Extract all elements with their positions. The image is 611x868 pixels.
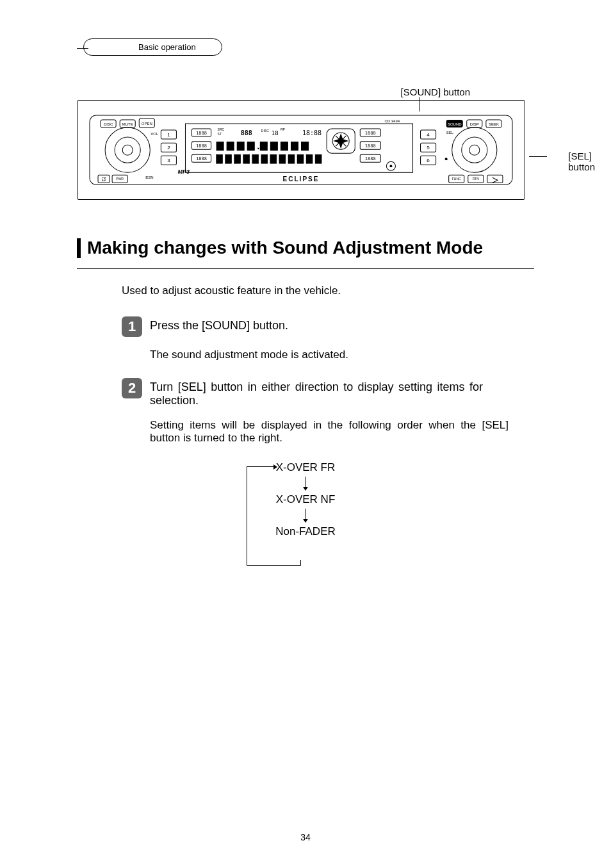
svg-text:ST: ST bbox=[218, 132, 222, 136]
svg-text:5: 5 bbox=[427, 145, 430, 151]
svg-text:PWR: PWR bbox=[116, 177, 124, 181]
arrow-down-icon bbox=[241, 475, 370, 493]
step-title: Turn [SEL] button in either direction to… bbox=[150, 378, 483, 407]
svg-text:FUNC: FUNC bbox=[452, 177, 461, 181]
svg-text:18:88: 18:88 bbox=[302, 129, 322, 136]
svg-text:OPEN: OPEN bbox=[142, 122, 152, 126]
svg-text:VOL: VOL bbox=[151, 132, 159, 136]
svg-text:RP: RP bbox=[281, 127, 286, 131]
svg-rect-66 bbox=[297, 154, 304, 163]
flow-item: X-OVER FR bbox=[241, 461, 370, 474]
svg-rect-63 bbox=[270, 154, 277, 163]
svg-point-78 bbox=[445, 158, 448, 160]
svg-text:DISP: DISP bbox=[470, 122, 479, 126]
svg-text:18: 18 bbox=[272, 130, 279, 136]
svg-rect-65 bbox=[288, 154, 295, 163]
arrow-down-icon bbox=[241, 507, 370, 525]
svg-point-3 bbox=[122, 145, 133, 155]
svg-point-81 bbox=[469, 145, 480, 155]
svg-text:1888: 1888 bbox=[365, 130, 376, 136]
svg-point-1 bbox=[105, 127, 150, 172]
svg-rect-47 bbox=[237, 142, 245, 151]
flow-item: Non-FADER bbox=[241, 525, 370, 538]
svg-text:SEL: SEL bbox=[446, 131, 454, 135]
svg-point-80 bbox=[462, 137, 487, 163]
section-intro: Used to adjust acoustic feature in the v… bbox=[122, 284, 534, 297]
device-diagram: DISC MUTE OPEN VOL ESN FM AM PWR 1 2 3 bbox=[77, 100, 534, 200]
svg-rect-52 bbox=[281, 142, 288, 151]
step-number: 1 bbox=[122, 316, 142, 337]
svg-rect-68 bbox=[315, 154, 322, 163]
step-2: 2 Turn [SEL] button in either direction … bbox=[122, 378, 534, 407]
step-1: 1 Press the [SOUND] button. bbox=[122, 316, 534, 337]
svg-text:888: 888 bbox=[241, 129, 252, 136]
flow-diagram: X-OVER FR X-OVER NF Non-FADER bbox=[241, 461, 370, 577]
svg-text:SRC: SRC bbox=[218, 127, 225, 131]
svg-text:6: 6 bbox=[427, 158, 430, 163]
svg-text:1: 1 bbox=[167, 132, 170, 138]
breadcrumb: Basic operation bbox=[83, 38, 534, 58]
svg-point-2 bbox=[115, 137, 140, 163]
step-1-body: The sound adjustment mode is activated. bbox=[150, 348, 509, 361]
svg-text:ECLIPSE: ECLIPSE bbox=[283, 176, 320, 183]
svg-text:2: 2 bbox=[167, 145, 170, 151]
callout-sound-button: [SOUND] button bbox=[401, 86, 470, 97]
step-2-body: Setting items will be displayed in the f… bbox=[150, 419, 509, 445]
svg-point-70 bbox=[389, 165, 392, 167]
svg-text:1888: 1888 bbox=[365, 143, 376, 149]
svg-rect-51 bbox=[270, 142, 278, 151]
svg-rect-46 bbox=[227, 142, 234, 151]
svg-text:1888: 1888 bbox=[196, 130, 207, 136]
svg-text:DISC: DISC bbox=[104, 122, 113, 126]
svg-rect-61 bbox=[252, 154, 259, 163]
svg-rect-62 bbox=[261, 154, 268, 163]
svg-rect-45 bbox=[216, 142, 224, 151]
page-number: 34 bbox=[300, 832, 311, 842]
svg-rect-57 bbox=[216, 154, 223, 163]
svg-text:ESN: ESN bbox=[145, 176, 153, 179]
svg-text:1888: 1888 bbox=[365, 156, 376, 161]
svg-text:MUTE: MUTE bbox=[122, 122, 133, 126]
step-number: 2 bbox=[122, 378, 142, 398]
car-stereo-illustration: DISC MUTE OPEN VOL ESN FM AM PWR 1 2 3 bbox=[89, 115, 513, 185]
step-title: Press the [SOUND] button. bbox=[150, 316, 288, 332]
svg-text:MP3: MP3 bbox=[177, 168, 190, 175]
svg-rect-67 bbox=[306, 154, 313, 163]
svg-text:RTN: RTN bbox=[473, 177, 480, 181]
svg-text:3: 3 bbox=[167, 158, 170, 163]
svg-text:1888: 1888 bbox=[196, 143, 207, 149]
svg-text:AM: AM bbox=[102, 179, 106, 182]
svg-rect-60 bbox=[243, 154, 250, 163]
svg-rect-59 bbox=[234, 154, 241, 163]
svg-rect-50 bbox=[260, 142, 268, 151]
section-title: Making changes with Sound Adjustment Mod… bbox=[77, 238, 534, 258]
svg-rect-54 bbox=[301, 142, 309, 151]
svg-rect-48 bbox=[247, 142, 255, 151]
svg-rect-58 bbox=[225, 154, 232, 163]
svg-text:SOUND: SOUND bbox=[448, 122, 462, 126]
svg-text:4: 4 bbox=[427, 132, 430, 138]
svg-text:CD 3434: CD 3434 bbox=[384, 119, 400, 123]
breadcrumb-label: Basic operation bbox=[83, 38, 222, 56]
svg-text:1888: 1888 bbox=[196, 156, 207, 161]
svg-rect-64 bbox=[279, 154, 286, 163]
callout-sel-button: [SEL] button bbox=[568, 151, 595, 172]
flow-item: X-OVER NF bbox=[241, 493, 370, 506]
svg-rect-53 bbox=[291, 142, 298, 151]
svg-text:DISC: DISC bbox=[261, 129, 269, 133]
svg-text:SEEK: SEEK bbox=[489, 122, 499, 126]
svg-point-79 bbox=[452, 127, 497, 172]
